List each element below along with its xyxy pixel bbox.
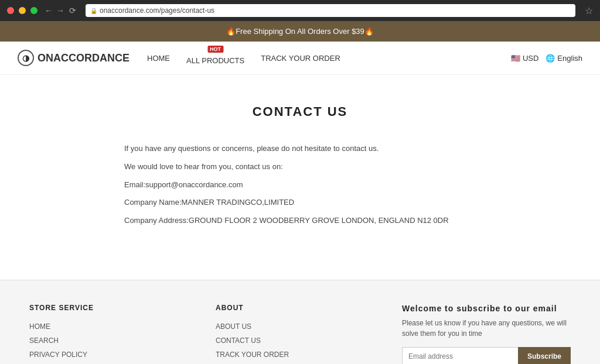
nav-all-products[interactable]: HOT ALL PRODUCTS [186, 51, 244, 65]
subscribe-description: Please let us know if you have any quest… [402, 318, 571, 339]
footer: STORE SERVICE HOME SEARCH PRIVACY POLICY… [0, 280, 600, 364]
browser-nav: ← → ⟳ [45, 6, 76, 15]
about-heading: ABOUT [216, 304, 384, 312]
footer-grid: STORE SERVICE HOME SEARCH PRIVACY POLICY… [29, 304, 571, 364]
subscribe-heading: Welcome to subscribe to our email [402, 304, 571, 313]
header-right: 🇺🇸 USD 🌐 English [511, 54, 582, 63]
list-item: PRIVACY POLICY [29, 349, 198, 359]
intro-text-1: If you have any questions or concerns, p… [124, 143, 476, 155]
footer-link-home[interactable]: HOME [29, 322, 50, 331]
store-service-heading: STORE SERVICE [29, 304, 198, 312]
email-input[interactable] [402, 347, 518, 364]
forward-arrow[interactable]: → [56, 6, 64, 15]
language-selector[interactable]: 🌐 English [546, 54, 582, 63]
list-item: CONTACT US [216, 335, 384, 345]
banner-text: 🔥Free Shipping On All Orders Over $39🔥 [226, 27, 374, 36]
company-name-text: Company Name:MANNER TRADINGCO,LIMITED [124, 197, 476, 209]
lock-icon: 🔒 [90, 8, 97, 14]
about-links: ABOUT US CONTACT US TRACK YOUR ORDER [216, 321, 384, 359]
subscribe-button[interactable]: Subscribe [518, 347, 571, 364]
company-address-text: Company Address:GROUND FLOOR 2 WOODBERRY… [124, 215, 476, 227]
url-text: onaccordance.com/pages/contact-us [100, 6, 214, 15]
close-btn[interactable] [7, 7, 14, 14]
logo-text: ONACCORDANCE [38, 52, 129, 64]
page-title: CONTACT US [48, 104, 552, 119]
currency-selector[interactable]: 🇺🇸 USD [511, 54, 538, 63]
header: ◑ ONACCORDANCE HOME HOT ALL PRODUCTS TRA… [0, 42, 600, 75]
contact-body: If you have any questions or concerns, p… [124, 143, 476, 227]
address-bar[interactable]: 🔒 onaccordance.com/pages/contact-us [86, 4, 575, 17]
footer-link-search[interactable]: SEARCH [29, 336, 59, 345]
footer-link-track-order[interactable]: TRACK YOUR ORDER [216, 351, 289, 359]
logo[interactable]: ◑ ONACCORDANCE [18, 50, 129, 66]
maximize-btn[interactable] [30, 7, 38, 14]
bookmark-icon[interactable]: ☆ [585, 5, 593, 16]
flag-icon: 🇺🇸 [511, 54, 520, 63]
logo-icon: ◑ [18, 50, 34, 66]
list-item: ABOUT US [216, 321, 384, 331]
hot-badge: HOT [207, 46, 223, 53]
list-item: SEARCH [29, 335, 198, 345]
back-arrow[interactable]: ← [45, 6, 53, 15]
subscribe-form: Subscribe [402, 347, 571, 364]
nav-home[interactable]: HOME [147, 54, 170, 63]
minimize-btn[interactable] [19, 7, 26, 14]
footer-subscribe: Welcome to subscribe to our email Please… [402, 304, 571, 364]
footer-link-privacy[interactable]: PRIVACY POLICY [29, 351, 87, 359]
email-text: Email:support@onaccordance.com [124, 179, 476, 191]
refresh-icon[interactable]: ⟳ [69, 6, 76, 15]
footer-about: ABOUT ABOUT US CONTACT US TRACK YOUR ORD… [216, 304, 384, 364]
main-content: CONTACT US If you have any questions or … [36, 75, 564, 280]
intro-text-2: We would love to hear from you, contact … [124, 161, 476, 173]
nav-track-order[interactable]: TRACK YOUR ORDER [261, 54, 340, 63]
store-service-links: HOME SEARCH PRIVACY POLICY RETURN POLICY… [29, 321, 198, 364]
language-text: English [557, 54, 582, 63]
footer-link-about-us[interactable]: ABOUT US [216, 322, 251, 331]
top-banner: 🔥Free Shipping On All Orders Over $39🔥 [0, 21, 600, 42]
list-item: TRACK YOUR ORDER [216, 349, 384, 359]
footer-link-contact-us[interactable]: CONTACT US [216, 336, 261, 345]
footer-store-service: STORE SERVICE HOME SEARCH PRIVACY POLICY… [29, 304, 198, 364]
list-item: HOME [29, 321, 198, 331]
currency-text: USD [523, 54, 538, 63]
main-nav: HOME HOT ALL PRODUCTS TRACK YOUR ORDER [147, 51, 511, 65]
globe-icon: 🌐 [546, 54, 555, 63]
browser-chrome: ← → ⟳ 🔒 onaccordance.com/pages/contact-u… [0, 0, 600, 21]
